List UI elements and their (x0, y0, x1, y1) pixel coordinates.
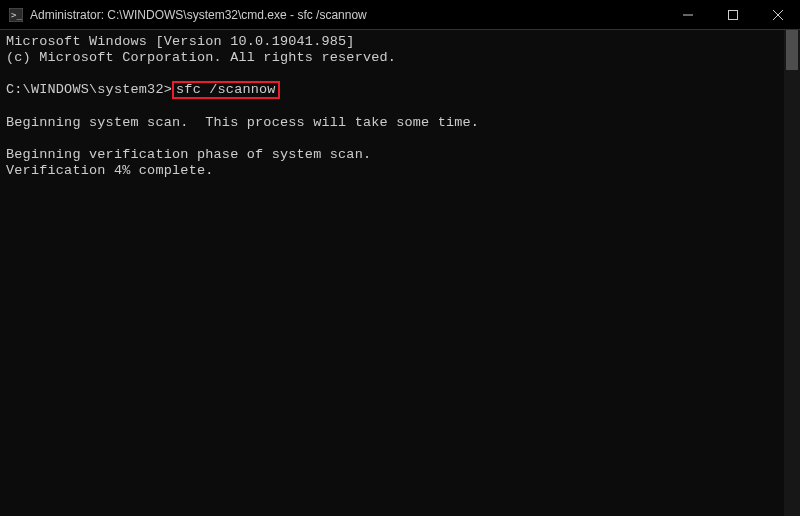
terminal-body: Microsoft Windows [Version 10.0.19041.98… (0, 30, 800, 516)
blank-line (6, 131, 778, 147)
blank-line (6, 99, 778, 115)
titlebar: >_ Administrator: C:\WINDOWS\system32\cm… (0, 0, 800, 30)
close-icon (773, 10, 783, 20)
command-text: sfc /scannow (176, 82, 276, 97)
blank-line (6, 66, 778, 82)
scrollbar-thumb[interactable] (786, 30, 798, 70)
terminal-content[interactable]: Microsoft Windows [Version 10.0.19041.98… (0, 30, 784, 516)
svg-text:>_: >_ (11, 10, 22, 20)
minimize-icon (683, 10, 693, 20)
verify-begin-line: Beginning verification phase of system s… (6, 147, 778, 163)
prompt-prefix: C:\WINDOWS\system32> (6, 82, 172, 97)
close-button[interactable] (755, 0, 800, 29)
version-line: Microsoft Windows [Version 10.0.19041.98… (6, 34, 778, 50)
svg-rect-3 (728, 10, 737, 19)
prompt-line: C:\WINDOWS\system32>sfc /scannow (6, 82, 778, 99)
copyright-line: (c) Microsoft Corporation. All rights re… (6, 50, 778, 66)
maximize-button[interactable] (710, 0, 755, 29)
maximize-icon (728, 10, 738, 20)
verify-progress-line: Verification 4% complete. (6, 163, 778, 179)
minimize-button[interactable] (665, 0, 710, 29)
command-highlight: sfc /scannow (172, 81, 280, 99)
scrollbar[interactable] (784, 30, 800, 516)
window-controls (665, 0, 800, 29)
cmd-icon: >_ (8, 7, 24, 23)
scan-begin-line: Beginning system scan. This process will… (6, 115, 778, 131)
window-title: Administrator: C:\WINDOWS\system32\cmd.e… (30, 8, 665, 22)
